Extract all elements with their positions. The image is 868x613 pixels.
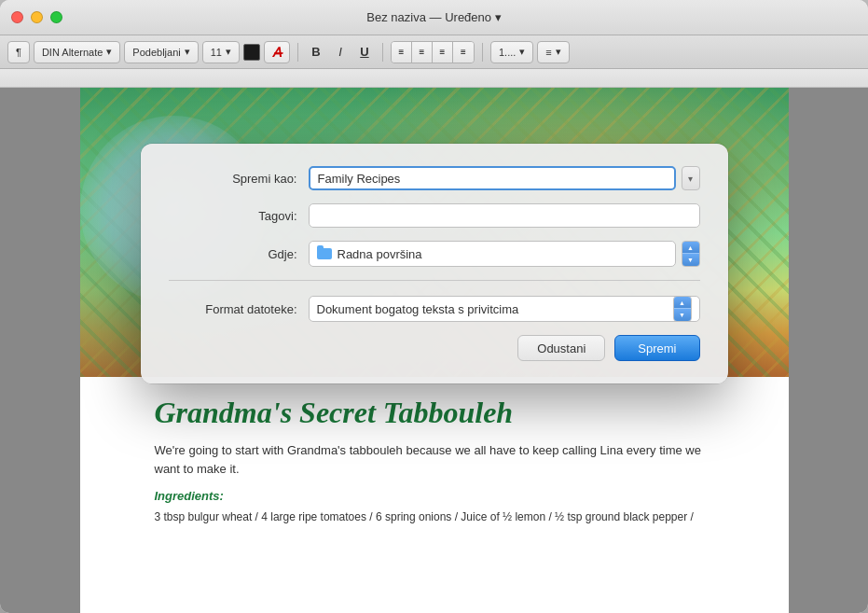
toolbar: ¶ DIN Alternate ▾ Podebljani ▾ 11 ▾ A̶ B… bbox=[0, 35, 868, 69]
ruler-marks bbox=[0, 69, 868, 87]
align-right-button[interactable]: ≡ bbox=[433, 42, 453, 63]
toolbar-divider-3 bbox=[482, 43, 483, 62]
tags-row: Tagovi: bbox=[169, 203, 700, 228]
dialog-content: Spremi kao: ▾ Tagovi: bbox=[141, 144, 728, 383]
where-row: Gdje: Radna površina ▲ ▼ bbox=[169, 241, 700, 267]
align-center-button[interactable]: ≡ bbox=[412, 42, 433, 63]
ingredients-label: Ingredients: bbox=[155, 489, 714, 503]
chevron-down-icon: ▾ bbox=[688, 174, 693, 184]
format-row: Format datoteke: Dokument bogatog teksta… bbox=[169, 296, 700, 322]
where-label: Gdje: bbox=[169, 247, 309, 261]
filename-chevron-button[interactable]: ▾ bbox=[682, 166, 700, 190]
dialog-buttons: Odustani Spremi bbox=[169, 335, 700, 365]
toolbar-divider-2 bbox=[382, 43, 383, 62]
align-justify-button[interactable]: ≡ bbox=[453, 42, 474, 63]
font-style-chevron-icon: ▾ bbox=[185, 46, 190, 58]
font-style-picker[interactable]: Podebljani ▾ bbox=[124, 41, 198, 63]
where-input-wrap: Radna površina ▲ ▼ bbox=[309, 241, 700, 267]
recipe-intro: We're going to start with Grandma's tabb… bbox=[155, 441, 714, 478]
format-stepper-down[interactable]: ▼ bbox=[674, 309, 691, 321]
ingredients-list: 3 tbsp bulgur wheat / 4 large ripe tomat… bbox=[155, 509, 714, 525]
filename-row: Spremi kao: ▾ bbox=[169, 166, 700, 190]
stepper-up-button[interactable]: ▲ bbox=[682, 242, 699, 254]
font-size-chevron-icon: ▾ bbox=[226, 46, 231, 58]
italic-button[interactable]: I bbox=[330, 42, 351, 63]
filename-input-wrap: ▾ bbox=[309, 166, 700, 190]
minimize-button[interactable] bbox=[31, 11, 43, 23]
alignment-group: ≡ ≡ ≡ ≡ bbox=[391, 41, 475, 63]
list-num-label: 1.... bbox=[499, 47, 516, 58]
format-select[interactable]: Dokument bogatog teksta s privitcima ▲ ▼ bbox=[309, 296, 700, 322]
font-family-picker[interactable]: DIN Alternate ▾ bbox=[34, 41, 120, 63]
format-value-label: Dokument bogatog teksta s privitcima bbox=[317, 302, 519, 316]
folder-icon bbox=[317, 248, 332, 259]
list-style-chevron-icon: ▾ bbox=[556, 46, 561, 58]
erase-format-icon: A̶ bbox=[272, 45, 282, 60]
dialog-divider bbox=[169, 280, 700, 281]
content-area: Grandma's Secret Tabbouleh We're going t… bbox=[0, 88, 868, 613]
font-family-chevron-icon: ▾ bbox=[106, 46, 112, 58]
filename-input[interactable] bbox=[309, 166, 676, 190]
location-stepper[interactable]: ▲ ▼ bbox=[682, 241, 700, 267]
titlebar: Bez naziva — Uređeno ▾ bbox=[0, 0, 868, 35]
text-color-button[interactable] bbox=[243, 44, 260, 61]
close-button[interactable] bbox=[11, 11, 23, 23]
align-left-button[interactable]: ≡ bbox=[392, 42, 412, 63]
window-title: Bez naziva — Uređeno ▾ bbox=[366, 10, 501, 24]
location-label: Radna površina bbox=[338, 247, 422, 261]
format-input-wrap: Dokument bogatog teksta s privitcima ▲ ▼ bbox=[309, 296, 700, 322]
bold-button[interactable]: B bbox=[306, 42, 326, 63]
cancel-button[interactable]: Odustani bbox=[517, 335, 605, 361]
font-size-label: 11 bbox=[211, 47, 222, 58]
format-stepper-up[interactable]: ▲ bbox=[674, 297, 691, 309]
font-family-label: DIN Alternate bbox=[42, 47, 103, 58]
list-style-icon: ≡ bbox=[545, 47, 551, 58]
font-style-label: Podebljani bbox=[132, 47, 180, 58]
tags-label: Tagovi: bbox=[169, 209, 309, 223]
save-dialog: Spremi kao: ▾ Tagovi: bbox=[141, 144, 728, 383]
window-controls bbox=[11, 11, 62, 23]
font-size-picker[interactable]: 11 ▾ bbox=[202, 41, 240, 63]
paragraph-icon: ¶ bbox=[16, 47, 21, 58]
filename-label: Spremi kao: bbox=[169, 172, 309, 186]
underline-button[interactable]: U bbox=[354, 42, 375, 63]
location-select[interactable]: Radna površina bbox=[309, 241, 676, 267]
save-button[interactable]: Spremi bbox=[614, 335, 699, 361]
maximize-button[interactable] bbox=[50, 11, 62, 23]
list-style-picker[interactable]: ≡ ▾ bbox=[537, 41, 569, 63]
toolbar-divider-1 bbox=[297, 43, 298, 62]
app-window: Bez naziva — Uređeno ▾ ¶ DIN Alternate ▾… bbox=[0, 0, 868, 613]
erase-format-button[interactable]: A̶ bbox=[264, 41, 290, 63]
tags-input[interactable] bbox=[309, 203, 700, 228]
recipe-title: Grandma's Secret Tabbouleh bbox=[155, 396, 714, 430]
ruler bbox=[0, 69, 868, 88]
format-stepper[interactable]: ▲ ▼ bbox=[673, 296, 692, 322]
list-number-picker[interactable]: 1.... ▾ bbox=[490, 41, 533, 63]
document-text: Grandma's Secret Tabbouleh We're going t… bbox=[80, 377, 789, 544]
tags-input-wrap bbox=[309, 203, 700, 228]
format-label: Format datoteke: bbox=[169, 302, 309, 316]
list-num-chevron-icon: ▾ bbox=[519, 46, 525, 58]
paragraph-button[interactable]: ¶ bbox=[7, 41, 30, 63]
stepper-down-button[interactable]: ▼ bbox=[682, 254, 699, 266]
